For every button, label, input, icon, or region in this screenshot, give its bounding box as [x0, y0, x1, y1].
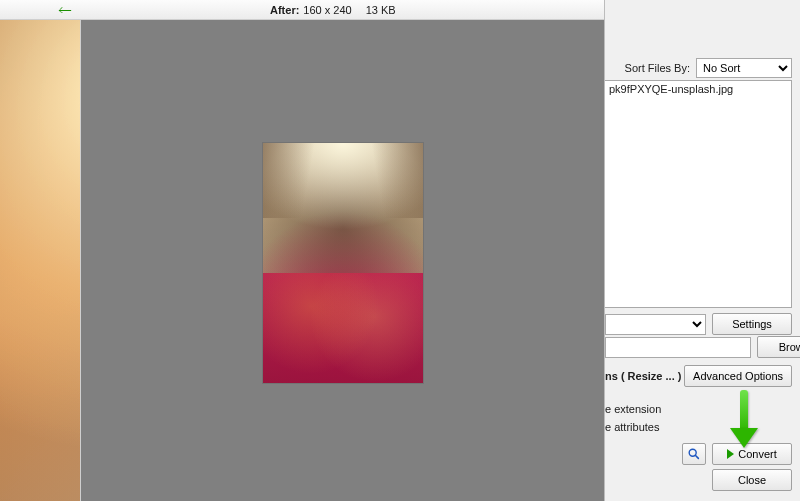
sort-select[interactable]: No Sort — [696, 58, 792, 78]
mode-label: After: — [270, 4, 299, 16]
checkbox-extension-label[interactable]: e extension — [605, 400, 792, 418]
settings-button[interactable]: Settings — [712, 313, 792, 335]
browse-button[interactable]: Browse — [757, 336, 800, 358]
preview-refresh-button[interactable] — [682, 443, 706, 465]
preview-thumbnail — [263, 143, 423, 383]
convert-button[interactable]: Convert — [712, 443, 792, 465]
sort-label: Sort Files By: — [625, 62, 690, 74]
output-path-input[interactable] — [605, 337, 751, 358]
list-item[interactable]: pk9fPXYQE-unsplash.jpg — [609, 83, 787, 95]
original-image-strip — [0, 20, 80, 501]
preview-pane[interactable] — [80, 20, 604, 501]
format-combo[interactable] — [605, 314, 706, 335]
dimensions-value: 160 x 240 — [303, 4, 351, 16]
file-list[interactable]: pk9fPXYQE-unsplash.jpg — [605, 80, 792, 308]
original-image — [0, 20, 80, 501]
back-arrow-icon[interactable]: 🡐 — [55, 3, 75, 17]
checkbox-group: e extension e attributes — [605, 400, 792, 436]
close-button[interactable]: Close — [712, 469, 792, 491]
advanced-options-button[interactable]: Advanced Options — [684, 365, 792, 387]
svg-line-1 — [695, 455, 698, 458]
magnifier-icon — [687, 447, 701, 461]
filesize-value: 13 KB — [366, 4, 396, 16]
preview-info: After: 160 x 240 13 KB — [270, 0, 396, 20]
checkbox-attributes-label[interactable]: e attributes — [605, 418, 792, 436]
preview-toolbar: 🡐 After: 160 x 240 13 KB — [0, 0, 604, 20]
side-panel: Sort Files By: No Sort pk9fPXYQE-unsplas… — [604, 0, 800, 501]
play-icon — [727, 449, 734, 459]
